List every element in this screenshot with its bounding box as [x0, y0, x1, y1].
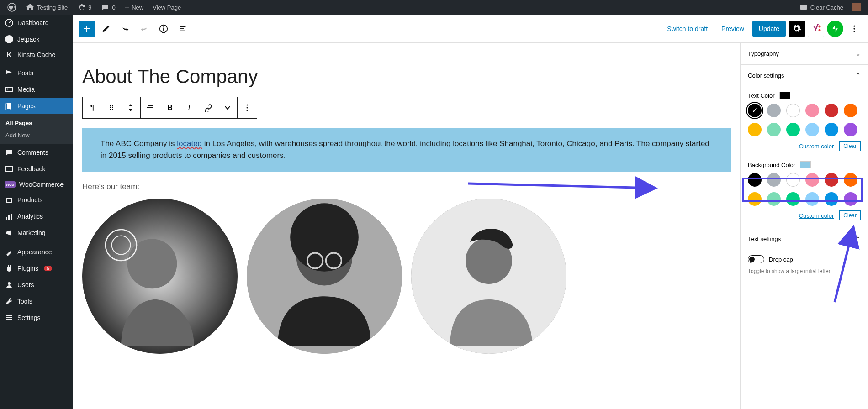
view-page[interactable]: View Page: [149, 0, 185, 15]
color-swatch[interactable]: [748, 192, 762, 206]
color-swatch[interactable]: [767, 192, 781, 206]
bold-button[interactable]: B: [160, 97, 180, 118]
new-content[interactable]: +New: [121, 0, 148, 15]
menu-products[interactable]: Products: [0, 192, 73, 208]
update-button[interactable]: Update: [752, 21, 786, 37]
menu-feedback[interactable]: Feedback: [0, 161, 73, 177]
menu-media[interactable]: Media: [0, 81, 73, 98]
team-avatar-1: [82, 199, 238, 354]
menu-tools[interactable]: Tools: [0, 293, 73, 309]
block-type-icon[interactable]: ¶: [83, 97, 102, 118]
menu-settings[interactable]: Settings: [0, 309, 73, 326]
undo-button[interactable]: [117, 21, 133, 37]
outline-button[interactable]: [175, 21, 191, 37]
jetpack-button[interactable]: [827, 21, 843, 37]
svg-point-27: [853, 31, 855, 32]
clear-cache[interactable]: Clear Cache: [795, 0, 847, 15]
edit-mode-button[interactable]: [98, 21, 114, 37]
menu-jetpack[interactable]: Jetpack: [0, 31, 73, 47]
svg-point-3: [5, 35, 13, 43]
text-clear-button[interactable]: Clear: [839, 141, 861, 151]
menu-pages[interactable]: Pages: [0, 98, 73, 114]
color-swatch[interactable]: [748, 173, 762, 187]
svg-rect-30: [148, 110, 153, 110]
svg-rect-15: [6, 317, 12, 318]
drag-handle-icon[interactable]: ⠿: [102, 97, 121, 118]
color-swatch[interactable]: [748, 104, 762, 117]
color-swatch[interactable]: [805, 173, 819, 187]
menu-appearance[interactable]: Appearance: [0, 244, 73, 260]
color-swatch[interactable]: [844, 123, 857, 136]
color-swatch[interactable]: [767, 123, 781, 136]
page-title[interactable]: About The Company: [82, 66, 731, 88]
color-swatch[interactable]: [844, 192, 857, 206]
bg-custom-color-link[interactable]: Custom color: [799, 212, 834, 219]
align-button[interactable]: [141, 97, 160, 118]
paragraph-link[interactable]: located: [177, 139, 202, 148]
submenu-add-new[interactable]: Add New: [0, 129, 73, 142]
menu-comments[interactable]: Comments: [0, 144, 73, 161]
add-block-button[interactable]: [79, 21, 95, 37]
more-options-button[interactable]: [846, 21, 863, 37]
color-swatch[interactable]: [748, 123, 762, 136]
wp-logo[interactable]: [4, 0, 20, 15]
text-custom-color-link[interactable]: Custom color: [799, 143, 834, 150]
submenu-pages: All Pages Add New: [0, 114, 73, 144]
menu-marketing[interactable]: Marketing: [0, 225, 73, 241]
menu-posts[interactable]: Posts: [0, 65, 73, 81]
color-swatch[interactable]: [805, 104, 819, 117]
color-swatch[interactable]: [786, 123, 800, 136]
redo-button[interactable]: [136, 21, 153, 37]
color-settings-header[interactable]: Color settings ⌃: [741, 65, 868, 86]
typography-panel-header[interactable]: Typography ⌄: [741, 43, 868, 65]
color-swatch[interactable]: [767, 173, 781, 187]
settings-panel: Typography ⌄ Color settings ⌃ Text Color…: [740, 43, 868, 409]
color-swatch[interactable]: [786, 104, 800, 117]
menu-plugins[interactable]: Plugins5: [0, 260, 73, 277]
block-more-button[interactable]: [238, 97, 257, 118]
color-swatch[interactable]: [825, 123, 838, 136]
user-avatar[interactable]: [849, 0, 864, 15]
comments-bubble[interactable]: 0: [97, 0, 119, 15]
updates[interactable]: 9: [73, 0, 95, 15]
color-swatch[interactable]: [825, 104, 838, 117]
menu-kinsta[interactable]: KKinsta Cache: [0, 47, 73, 62]
svg-point-13: [8, 282, 11, 285]
color-swatch[interactable]: [805, 192, 819, 206]
color-swatch[interactable]: [825, 173, 838, 187]
menu-users[interactable]: Users: [0, 277, 73, 293]
site-home[interactable]: Testing Site: [22, 0, 71, 15]
drop-cap-toggle[interactable]: [748, 255, 764, 263]
move-arrows-icon[interactable]: [121, 97, 140, 118]
settings-gear-button[interactable]: [789, 21, 805, 37]
submenu-all-pages[interactable]: All Pages: [0, 117, 73, 129]
color-swatch[interactable]: [844, 173, 857, 187]
admin-bar: Testing Site 9 0 +New View Page Clear Ca…: [0, 0, 868, 15]
color-swatch[interactable]: [767, 104, 781, 117]
block-toolbar: ¶ ⠿ B I: [82, 97, 257, 119]
color-swatch[interactable]: [786, 192, 800, 206]
svg-point-5: [7, 89, 9, 90]
menu-analytics[interactable]: Analytics: [0, 208, 73, 225]
color-swatch[interactable]: [825, 192, 838, 206]
team-avatar-2: [247, 199, 402, 354]
preview-button[interactable]: Preview: [716, 21, 750, 36]
color-swatch[interactable]: [844, 104, 857, 117]
color-swatch[interactable]: [786, 173, 800, 187]
svg-rect-22: [180, 30, 185, 31]
link-button[interactable]: [199, 97, 218, 118]
paragraph-block[interactable]: The ABC Company is located in Los Angele…: [82, 128, 731, 172]
color-swatch[interactable]: [805, 123, 819, 136]
italic-button[interactable]: I: [180, 97, 199, 118]
switch-to-draft[interactable]: Switch to draft: [662, 21, 713, 36]
menu-dashboard[interactable]: Dashboard: [0, 15, 73, 31]
svg-rect-14: [6, 315, 12, 316]
info-button[interactable]: [155, 21, 172, 37]
chevron-up-icon: ⌃: [856, 236, 861, 242]
menu-woocommerce[interactable]: wooWooCommerce: [0, 177, 73, 192]
yoast-button[interactable]: [808, 21, 824, 37]
bg-clear-button[interactable]: Clear: [839, 210, 861, 220]
team-label[interactable]: Here's our team:: [82, 182, 731, 191]
text-settings-header[interactable]: Text settings ⌃: [741, 228, 868, 250]
more-format-button[interactable]: [218, 97, 237, 118]
